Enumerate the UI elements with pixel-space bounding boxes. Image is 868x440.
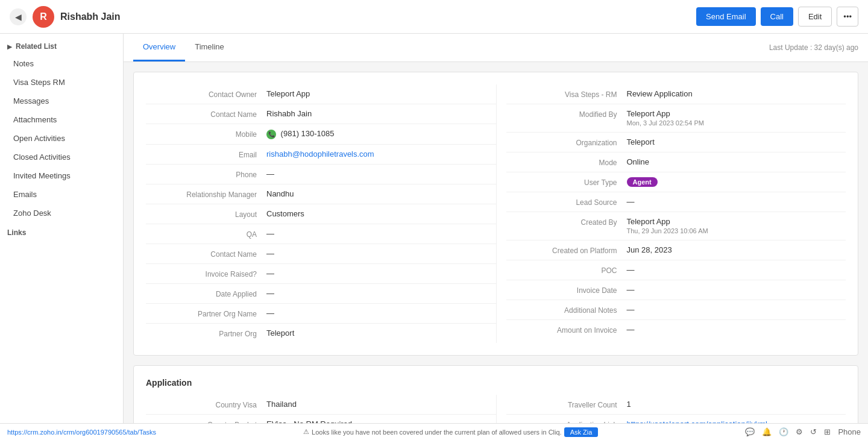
- field-organization: Organization Teleport: [506, 133, 846, 152]
- sidebar-item-emails[interactable]: Emails: [0, 185, 123, 204]
- content-area: Contact Owner Teleport App Contact Name …: [124, 62, 868, 440]
- fields-left: Contact Owner Teleport App Contact Name …: [146, 84, 496, 343]
- label-user-type: User Type: [506, 177, 627, 187]
- field-mode: Mode Online: [506, 152, 846, 172]
- label-contact-owner: Contact Owner: [146, 89, 266, 99]
- bottom-bar-notification: ⚠ Looks like you have not been covered u…: [303, 427, 598, 437]
- sidebar-item-open-activities[interactable]: Open Activities: [0, 129, 123, 148]
- label-amount-on-invoice: Amount on Invoice: [506, 325, 627, 335]
- label-additional-notes: Additional Notes: [506, 305, 627, 315]
- value-country-visa: Thailand: [266, 400, 486, 409]
- value-additional-notes: —: [627, 305, 837, 314]
- value-partner-org-name: —: [266, 309, 486, 318]
- sidebar-item-visa-steps-rm[interactable]: Visa Steps RM: [0, 73, 123, 92]
- sidebar-item-notes[interactable]: Notes: [0, 54, 123, 73]
- label-country-visa: Country Visa: [146, 400, 266, 409]
- field-partner-org: Partner Org Teleport: [146, 324, 496, 343]
- value-mobile: 📞 (981) 130-1085: [266, 129, 486, 139]
- field-email: Email rishabh@hodophiletravels.com: [146, 145, 496, 165]
- field-phone: Phone —: [146, 165, 496, 184]
- field-invoice-raised: Invoice Raised? —: [146, 264, 496, 284]
- value-created-by: Teleport App Thu, 29 Jun 2023 10:06 AM: [627, 217, 837, 235]
- label-organization: Organization: [506, 137, 627, 147]
- topbar-actions: Send Email Call Edit •••: [696, 7, 858, 27]
- fields-right: Visa Steps - RM Review Application Modif…: [496, 84, 846, 343]
- field-qa: QA —: [146, 224, 496, 244]
- phone-label[interactable]: Phone: [838, 427, 861, 436]
- value-modified-by: Teleport App Mon, 3 Jul 2023 02:54 PM: [627, 109, 837, 127]
- more-options-button[interactable]: •••: [837, 7, 858, 27]
- sidebar: ▶ Related List Notes Visa Steps RM Messa…: [0, 34, 124, 440]
- field-mobile: Mobile 📞 (981) 130-1085: [146, 124, 496, 145]
- contact-name-header: Rishabh Jain: [60, 11, 696, 22]
- settings-icon[interactable]: ⚙: [796, 427, 803, 436]
- value-date-applied: —: [266, 289, 486, 298]
- clock-icon[interactable]: 🕐: [779, 427, 788, 436]
- value-organization: Teleport: [627, 137, 837, 146]
- field-traveller-count: Traveller Count 1: [506, 395, 846, 415]
- call-button[interactable]: Call: [761, 7, 793, 26]
- phone-icon: 📞: [266, 130, 276, 139]
- field-contact-owner: Contact Owner Teleport App: [146, 84, 496, 104]
- main-content: Overview Timeline Last Update : 32 day(s…: [124, 34, 868, 440]
- ask-zia-button[interactable]: Ask Zia: [564, 427, 599, 437]
- sidebar-item-closed-activities[interactable]: Closed Activities: [0, 148, 123, 166]
- value-visa-steps-rm: Review Application: [627, 89, 837, 98]
- avatar: R: [33, 6, 54, 28]
- label-lead-source: Lead Source: [506, 197, 627, 207]
- application-section-title: Application: [146, 378, 846, 388]
- tabs: Overview Timeline: [133, 34, 234, 61]
- tab-overview[interactable]: Overview: [133, 34, 185, 61]
- label-mode: Mode: [506, 157, 627, 167]
- value-user-type: Agent: [627, 177, 837, 187]
- sidebar-item-invited-meetings[interactable]: Invited Meetings: [0, 166, 123, 185]
- field-contact-name: Contact Name Rishabh Jain: [146, 104, 496, 124]
- field-country-visa: Country Visa Thailand: [146, 395, 496, 415]
- value-mode: Online: [627, 157, 837, 166]
- value-relationship-manager: Nandhu: [266, 189, 486, 198]
- email-link[interactable]: rishabh@hodophiletravels.com: [266, 149, 374, 159]
- refresh-icon[interactable]: ↺: [810, 427, 817, 436]
- value-amount-on-invoice: —: [627, 325, 837, 334]
- label-visa-steps-rm: Visa Steps - RM: [506, 89, 627, 99]
- sidebar-item-messages[interactable]: Messages: [0, 92, 123, 110]
- field-relationship-manager: Relationship Manager Nandhu: [146, 184, 496, 204]
- value-invoice-date: —: [627, 285, 837, 294]
- edit-button[interactable]: Edit: [798, 7, 832, 27]
- related-list-section-header[interactable]: ▶ Related List: [0, 36, 123, 54]
- value-lead-source: —: [627, 197, 837, 206]
- send-email-button[interactable]: Send Email: [696, 7, 755, 26]
- label-poc: POC: [506, 265, 627, 275]
- field-contact-name-2: Contact Name —: [146, 244, 496, 264]
- tab-timeline[interactable]: Timeline: [185, 34, 234, 61]
- label-email: Email: [146, 149, 266, 159]
- value-contact-owner: Teleport App: [266, 89, 486, 98]
- field-created-by: Created By Teleport App Thu, 29 Jun 2023…: [506, 212, 846, 240]
- field-amount-on-invoice: Amount on Invoice —: [506, 320, 846, 339]
- label-date-applied: Date Applied: [146, 289, 266, 298]
- bottom-bar-url: https://crm.zoho.in/crm/org60019790565/t…: [7, 429, 156, 436]
- field-visa-steps-rm: Visa Steps - RM Review Application: [506, 84, 846, 104]
- label-relationship-manager: Relationship Manager: [146, 189, 266, 199]
- value-contact-name-2: —: [266, 249, 486, 258]
- field-date-applied: Date Applied —: [146, 284, 496, 304]
- sidebar-item-attachments[interactable]: Attachments: [0, 110, 123, 129]
- label-contact-name: Contact Name: [146, 109, 266, 119]
- label-created-on-platform: Created on Platform: [506, 245, 627, 255]
- field-poc: POC —: [506, 260, 846, 280]
- value-traveller-count: 1: [627, 400, 837, 409]
- field-lead-source: Lead Source —: [506, 192, 846, 212]
- tabs-bar: Overview Timeline Last Update : 32 day(s…: [124, 34, 868, 62]
- value-partner-org: Teleport: [266, 328, 486, 338]
- label-phone: Phone: [146, 169, 266, 179]
- sidebar-item-zoho-desk[interactable]: Zoho Desk: [0, 204, 123, 222]
- label-traveller-count: Traveller Count: [506, 400, 627, 409]
- sidebar-arrow-icon: ▶: [7, 43, 12, 50]
- grid-icon[interactable]: ⊞: [824, 427, 831, 436]
- last-update-text: Last Update : 32 day(s) ago: [769, 43, 858, 52]
- value-contact-name: Rishabh Jain: [266, 109, 486, 118]
- back-button[interactable]: ◀: [10, 8, 27, 25]
- main-layout: ▶ Related List Notes Visa Steps RM Messa…: [0, 34, 868, 440]
- chat-icon[interactable]: 💬: [745, 427, 755, 436]
- bell-icon[interactable]: 🔔: [762, 427, 772, 436]
